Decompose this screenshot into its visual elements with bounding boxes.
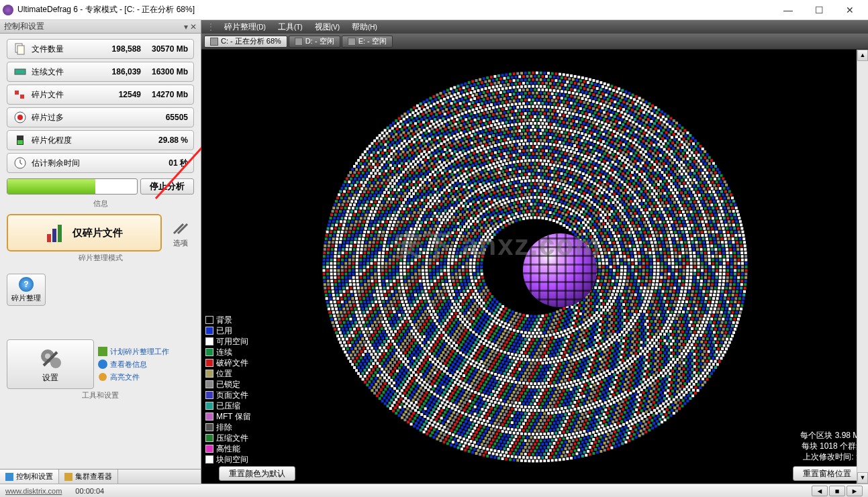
svg-rect-7792 [428,117,431,119]
svg-rect-9000 [421,426,424,429]
svg-rect-6276 [419,144,422,147]
stat-frag-degree: 碎片化程度 29.88 % [7,130,194,150]
svg-rect-6068 [676,179,679,182]
svg-rect-6637 [663,154,666,156]
svg-rect-590 [469,235,472,237]
drive-tab-d[interactable]: D: - 空闲 [289,36,340,48]
svg-rect-6866 [428,129,430,132]
menu-view[interactable]: 视图(V) [309,21,345,33]
settings-button[interactable]: 设置 [7,339,94,389]
svg-rect-1355 [546,351,549,353]
svg-rect-1032 [620,272,622,275]
svg-rect-3985 [610,156,612,158]
svg-rect-2527 [653,276,655,278]
svg-rect-1271 [489,192,492,195]
svg-rect-3190 [509,383,512,386]
svg-rect-1998 [599,345,602,347]
drive-tab-c[interactable]: C: - 正在分析 68% [204,36,287,48]
svg-rect-7052 [510,435,513,437]
svg-rect-6697 [691,349,693,352]
menu-defrag[interactable]: 碎片整理(D) [219,21,271,33]
svg-rect-5641 [420,378,423,381]
drive-tab-e[interactable]: E: - 空闲 [342,36,393,48]
svg-rect-4499 [681,247,684,250]
svg-rect-4800 [600,395,603,398]
svg-rect-1593 [530,176,532,178]
svg-rect-2931 [656,296,659,299]
svg-rect-1575 [467,199,470,202]
svg-rect-5789 [674,182,677,184]
svg-rect-3745 [577,145,579,148]
menu-help[interactable]: 帮助(H) [346,21,383,33]
reset-window-button[interactable]: 重置窗格位置 [793,466,861,481]
schedule-link[interactable]: 计划碎片整理工作 [98,347,194,357]
volume-info-link[interactable]: 查看卷信息 [98,360,194,370]
status-next-button[interactable]: ► [847,486,863,496]
svg-rect-4984 [659,180,661,182]
svg-rect-8780 [456,92,459,95]
svg-rect-5291 [681,330,683,333]
svg-rect-4722 [639,164,642,167]
close-button[interactable]: ✕ [834,0,865,20]
svg-rect-236 [508,316,510,319]
svg-rect-6133 [648,386,650,389]
defrag-button[interactable]: ? 碎片整理 [7,274,46,306]
svg-rect-9044 [330,300,332,303]
tab-cluster-viewer[interactable]: 集群查看器 [59,470,118,484]
svg-rect-7968 [581,441,583,443]
svg-rect-8192 [697,166,700,168]
vertical-scrollbar[interactable]: ▲ ▼ [857,50,868,484]
svg-rect-6073 [685,194,688,197]
svg-rect-5502 [636,148,639,151]
scroll-up-button[interactable]: ▲ [857,50,868,61]
svg-rect-1336 [608,318,611,321]
disk-visualization[interactable]: 安下 anxz.com 背景已用可用空间连续破碎文件位置已锁定页面文件已压缩MF… [201,50,868,484]
svg-rect-8944 [626,436,628,439]
scroll-track[interactable] [857,61,868,472]
vendor-link[interactable]: www.disktrix.com [5,487,62,495]
svg-rect-796 [535,338,538,341]
svg-rect-2500 [615,189,618,192]
svg-rect-8869 [729,213,732,216]
svg-rect-2149 [642,262,644,264]
svg-rect-2319 [631,215,634,217]
options-button[interactable]: 选项 [167,217,194,248]
svg-rect-6012 [488,114,491,117]
svg-rect-8744 [355,174,358,177]
svg-rect-5408 [370,258,373,261]
svg-rect-2698 [624,194,627,197]
tab-control-settings[interactable]: 控制和设置 [0,470,59,484]
svg-rect-8940 [639,429,642,432]
svg-rect-873 [575,203,578,206]
menu-tools[interactable]: 工具(T) [273,21,308,33]
svg-rect-3027 [407,262,409,264]
svg-rect-318 [577,309,580,312]
svg-rect-8759 [390,132,393,135]
frag-only-button[interactable]: 仅碎片文件 [7,214,162,252]
svg-rect-6567 [420,139,423,142]
maximize-button[interactable]: ☐ [804,0,834,20]
svg-rect-4178 [452,155,454,158]
svg-rect-5686 [370,234,373,237]
minimize-button[interactable]: — [773,0,804,20]
svg-rect-2869 [524,152,526,155]
svg-rect-8254 [697,371,700,374]
svg-rect-5968 [371,217,373,219]
svg-rect-383 [532,206,534,209]
scroll-down-button[interactable]: ▼ [857,472,868,484]
status-prev-button[interactable]: ◄ [812,486,828,496]
highlight-link[interactable]: 高亮文件 [98,372,194,382]
reset-colors-button[interactable]: 重置颜色为默认 [219,466,295,481]
status-stop-button[interactable]: ■ [829,486,845,496]
panel-dropdown-icon[interactable]: ▾ ✕ [184,22,197,32]
stop-analysis-button[interactable]: 停止分析 [140,178,194,195]
svg-rect-8177 [659,126,661,129]
svg-rect-1675 [535,358,538,361]
svg-rect-7983 [524,446,526,449]
svg-rect-1652 [612,324,615,327]
svg-rect-8390 [334,252,336,254]
svg-rect-6075 [689,201,691,203]
svg-rect-3569 [670,283,673,286]
svg-rect-6540 [363,217,366,219]
svg-rect-7714 [370,359,373,362]
